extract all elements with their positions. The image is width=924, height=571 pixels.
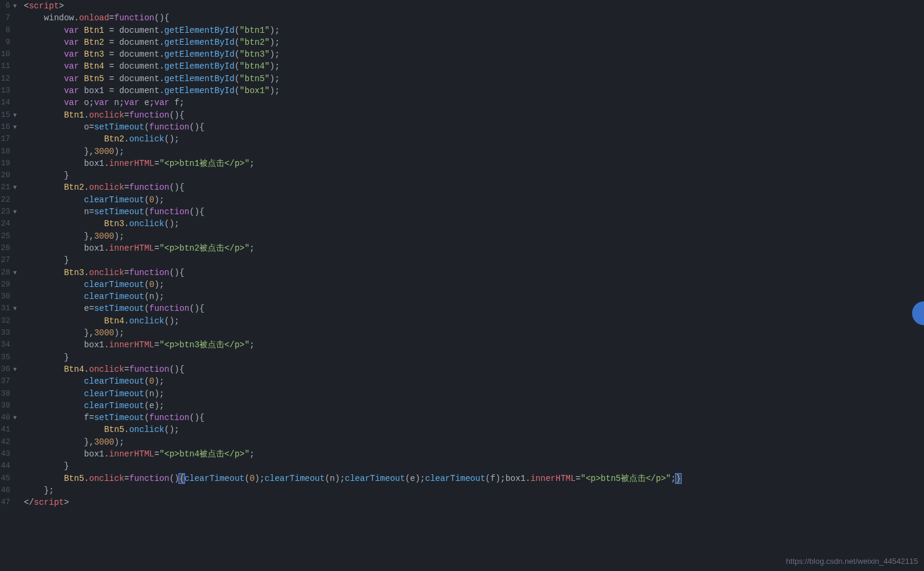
code-line[interactable]: var box1 = document.getElementById("box1… bbox=[24, 85, 924, 97]
line-number[interactable]: 26 bbox=[0, 242, 17, 254]
code-line[interactable]: box1.innerHTML="<p>btn1被点击</p>"; bbox=[24, 158, 924, 169]
code-line[interactable]: clearTimeout(0); bbox=[24, 279, 924, 291]
line-number[interactable]: 10 bbox=[0, 48, 17, 60]
code-line[interactable]: clearTimeout(n); bbox=[24, 388, 924, 400]
code-line[interactable]: var Btn4 = document.getElementById("btn4… bbox=[24, 60, 924, 72]
token: getElementById bbox=[164, 86, 235, 95]
line-number[interactable]: 42 bbox=[0, 436, 17, 448]
line-number[interactable]: 37 bbox=[0, 375, 17, 387]
line-number[interactable]: 17 bbox=[0, 133, 17, 145]
line-number[interactable]: 29 bbox=[0, 279, 17, 291]
line-number[interactable]: 27 bbox=[0, 254, 17, 266]
code-line[interactable]: var Btn3 = document.getElementById("btn3… bbox=[24, 48, 924, 60]
fold-toggle-icon[interactable]: ▼ bbox=[11, 1, 17, 13]
line-number[interactable]: 32 bbox=[0, 315, 17, 327]
code-line[interactable]: o=setTimeout(function(){ bbox=[24, 121, 924, 133]
line-number-gutter[interactable]: 6▼789101112131415▼16▼1718192021▼2223▼242… bbox=[0, 0, 20, 571]
code-line[interactable]: Btn5.onclick(); bbox=[24, 424, 924, 436]
code-line[interactable]: var o;var n;var e;var f; bbox=[24, 97, 924, 109]
code-line[interactable]: clearTimeout(e); bbox=[24, 400, 924, 412]
line-number[interactable]: 39 bbox=[0, 400, 17, 412]
code-line[interactable]: Btn2.onclick(); bbox=[24, 133, 924, 145]
code-line[interactable]: Btn4.onclick=function(){ bbox=[24, 363, 924, 375]
code-line[interactable]: } bbox=[24, 460, 924, 472]
code-line[interactable]: } bbox=[24, 254, 924, 266]
code-line[interactable]: e=setTimeout(function(){ bbox=[24, 303, 924, 314]
token: Btn1 bbox=[84, 26, 104, 35]
line-number[interactable]: 23▼ bbox=[0, 206, 17, 218]
line-number[interactable]: 7 bbox=[0, 12, 17, 24]
fold-toggle-icon[interactable]: ▼ bbox=[11, 364, 17, 376]
line-number[interactable]: 44 bbox=[0, 460, 17, 472]
code-line[interactable]: box1.innerHTML="<p>btn2被点击</p>"; bbox=[24, 242, 924, 254]
line-number[interactable]: 8 bbox=[0, 24, 17, 36]
line-number[interactable]: 16▼ bbox=[0, 121, 17, 133]
fold-toggle-icon[interactable]: ▼ bbox=[11, 110, 17, 122]
line-number[interactable]: 43 bbox=[0, 448, 17, 460]
code-line[interactable]: clearTimeout(0); bbox=[24, 194, 924, 206]
line-number[interactable]: 40▼ bbox=[0, 412, 17, 424]
line-number[interactable]: 22 bbox=[0, 194, 17, 206]
code-line[interactable]: var Btn2 = document.getElementById("btn2… bbox=[24, 36, 924, 48]
code-line[interactable]: box1.innerHTML="<p>btn4被点击</p>"; bbox=[24, 448, 924, 460]
token: ( bbox=[144, 122, 149, 132]
fold-toggle-icon[interactable]: ▼ bbox=[11, 303, 17, 315]
line-number[interactable]: 14 bbox=[0, 97, 17, 109]
code-line[interactable]: Btn3.onclick(); bbox=[24, 218, 924, 230]
line-number[interactable]: 28▼ bbox=[0, 267, 17, 279]
code-line[interactable]: } bbox=[24, 169, 924, 181]
code-line[interactable]: f=setTimeout(function(){ bbox=[24, 412, 924, 424]
line-number[interactable]: 35 bbox=[0, 351, 17, 363]
code-line[interactable]: Btn4.onclick(); bbox=[24, 315, 924, 327]
line-number[interactable]: 21▼ bbox=[0, 181, 17, 193]
line-number[interactable]: 15▼ bbox=[0, 109, 17, 121]
line-number[interactable]: 33 bbox=[0, 327, 17, 339]
line-number[interactable]: 47 bbox=[0, 496, 17, 508]
code-line[interactable]: clearTimeout(0); bbox=[24, 375, 924, 387]
code-line[interactable]: Btn5.onclick=function(){clearTimeout(0);… bbox=[24, 473, 924, 484]
line-number[interactable]: 46 bbox=[0, 484, 17, 496]
code-line[interactable]: var Btn1 = document.getElementById("btn1… bbox=[24, 24, 924, 36]
fold-toggle-icon[interactable]: ▼ bbox=[11, 267, 17, 279]
code-line[interactable]: clearTimeout(n); bbox=[24, 291, 924, 303]
code-line[interactable]: var Btn5 = document.getElementById("btn5… bbox=[24, 73, 924, 85]
code-line[interactable]: },3000); bbox=[24, 436, 924, 448]
code-line[interactable]: },3000); bbox=[24, 230, 924, 242]
line-number[interactable]: 11 bbox=[0, 60, 17, 72]
code-line[interactable]: Btn2.onclick=function(){ bbox=[24, 181, 924, 193]
line-number[interactable]: 24 bbox=[0, 218, 17, 230]
code-line[interactable]: Btn1.onclick=function(){ bbox=[24, 109, 924, 121]
code-line[interactable]: } bbox=[24, 351, 924, 363]
code-line[interactable]: </script> bbox=[24, 496, 924, 508]
line-number[interactable]: 13 bbox=[0, 85, 17, 97]
line-number[interactable]: 18 bbox=[0, 146, 17, 158]
line-number[interactable]: 30 bbox=[0, 291, 17, 303]
code-line[interactable]: }; bbox=[24, 484, 924, 496]
line-number[interactable]: 45 bbox=[0, 473, 17, 484]
fold-toggle-icon[interactable]: ▼ bbox=[11, 182, 17, 194]
line-number[interactable]: 6▼ bbox=[0, 0, 17, 12]
line-number[interactable]: 12 bbox=[0, 73, 17, 85]
code-line[interactable]: },3000); bbox=[24, 327, 924, 339]
token: setTimeout bbox=[94, 304, 144, 313]
line-number[interactable]: 31▼ bbox=[0, 303, 17, 314]
code-line[interactable]: box1.innerHTML="<p>btn3被点击</p>"; bbox=[24, 339, 924, 351]
line-number[interactable]: 25 bbox=[0, 230, 17, 242]
line-number[interactable]: 38 bbox=[0, 388, 17, 400]
line-number[interactable]: 36▼ bbox=[0, 363, 17, 375]
code-line[interactable]: n=setTimeout(function(){ bbox=[24, 206, 924, 218]
code-area[interactable]: <script> window.onload=function(){ var B… bbox=[20, 0, 924, 571]
line-number[interactable]: 20 bbox=[0, 169, 17, 181]
line-number[interactable]: 19 bbox=[0, 158, 17, 169]
line-number[interactable]: 9 bbox=[0, 36, 17, 48]
code-line[interactable]: Btn3.onclick=function(){ bbox=[24, 267, 924, 279]
fold-toggle-icon[interactable]: ▼ bbox=[11, 206, 17, 218]
code-line[interactable]: <script> bbox=[24, 0, 924, 12]
fold-toggle-icon[interactable]: ▼ bbox=[11, 122, 17, 134]
code-line[interactable]: window.onload=function(){ bbox=[24, 12, 924, 24]
code-line[interactable]: },3000); bbox=[24, 146, 924, 158]
code-editor[interactable]: 6▼789101112131415▼16▼1718192021▼2223▼242… bbox=[0, 0, 924, 571]
line-number[interactable]: 41 bbox=[0, 424, 17, 436]
line-number[interactable]: 34 bbox=[0, 339, 17, 351]
fold-toggle-icon[interactable]: ▼ bbox=[11, 412, 17, 424]
